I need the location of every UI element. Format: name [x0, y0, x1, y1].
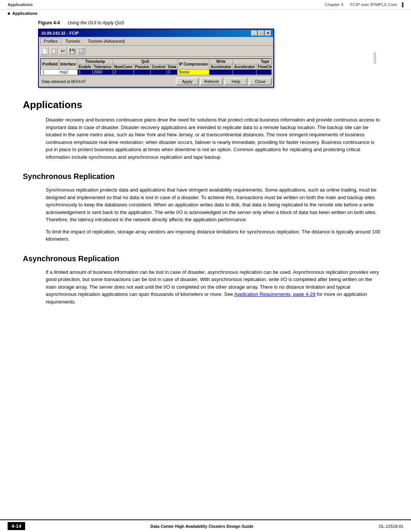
header-section-label: Applications [8, 2, 33, 7]
cell-enable: 1 [77, 70, 92, 75]
main-body-text: Disaster recovery and business continuan… [46, 116, 381, 161]
th-data: Data [167, 64, 178, 70]
win-titlebar: 10.89.243.32 - FCIP _ □ ✕ [39, 29, 273, 37]
sync-body-2: To limit the impact of replication, stor… [46, 228, 381, 243]
top-section-label: ■ Applications [0, 10, 411, 16]
async-link[interactable]: Application Requirements, page 4-29 [234, 291, 315, 297]
cell-data: 3 [167, 70, 178, 75]
footer-doc-title: Data Center High Availability Clusters D… [150, 524, 253, 529]
win-menu-bar: Profiles Tunnels Tunnels (Advanced) [39, 37, 273, 46]
page-footer: 4-14 Data Center High Availability Clust… [0, 519, 411, 532]
new-toolbar-button[interactable]: 📄 [40, 47, 49, 55]
th-timestamp-group: Timestamp [77, 59, 113, 64]
cell-control [151, 70, 167, 75]
table-container: ProfileId Interface Timestamp QoS IP Com… [40, 58, 272, 75]
maximize-button[interactable]: □ [258, 30, 264, 36]
cell-profileid: 1 [41, 70, 59, 75]
figure-caption: Figure 4-4 Using the GUI to Apply QoS [38, 20, 388, 26]
apply-button[interactable]: Apply [176, 78, 199, 85]
titlebar-buttons: _ □ ✕ [251, 30, 271, 36]
close-dialog-button[interactable]: Close [249, 78, 272, 85]
header-chapter: Chapter 4 [325, 2, 343, 7]
th-profileid: ProfileId [41, 59, 59, 70]
figure-container: 10.89.243.32 - FCIP _ □ ✕ Profiles Tunne… [23, 29, 388, 88]
th-control: Control [151, 64, 167, 70]
footer-doc-code: OL-12518-01 [379, 524, 403, 529]
th-passive: Passive [134, 64, 150, 70]
header-chapter-title: FCIP over IP/MPLS Core [350, 2, 397, 7]
th-flowctrl: FlowCtrlBufSize (KB) [256, 64, 272, 70]
dialog-title: 10.89.243.32 - FCIP [41, 31, 79, 35]
cell-numconn: 2 [113, 70, 134, 75]
win-toolbar: 📄 📋 ↩ 💾 🔄 [39, 46, 273, 57]
figure-caption-text: Using the GUI to Apply QoS [67, 20, 124, 26]
main-content: Figure 4-4 Using the GUI to Apply QoS 10… [0, 16, 411, 325]
tab-tunnels[interactable]: Tunnels [62, 38, 84, 45]
table-row[interactable]: 1 fcip2 1 2000 2 3 5none [41, 70, 272, 75]
figure-side-label: 132424 [373, 52, 377, 64]
save-toolbar-button[interactable]: 💾 [68, 47, 76, 55]
th-write-group: Write [209, 59, 233, 64]
page-header: Applications Chapter 4 FCIP over IP/MPLS… [0, 0, 411, 10]
undo-toolbar-button[interactable]: ↩ [59, 47, 67, 55]
cell-ip-compression: 5none [178, 70, 209, 75]
cell-flowctrl [256, 70, 272, 75]
th-enable: Enable [77, 64, 92, 70]
th-tolerance: Tolerance [92, 64, 113, 70]
minimize-button[interactable]: _ [251, 30, 257, 36]
footer-page-number: 4-14 [8, 522, 25, 530]
cell-tolerance: 2000 [92, 70, 113, 75]
async-body-text: If a limited amount of business informat… [46, 268, 381, 306]
copy-toolbar-button[interactable]: 📋 [49, 47, 58, 55]
profile-table: ProfileId Interface Timestamp QoS IP Com… [41, 59, 272, 75]
th-qos-group: QoS [113, 59, 178, 64]
sync-section-title: Synchronous Replication [23, 172, 388, 181]
th-interface: Interface [59, 59, 78, 70]
th-numconn: NumConn [113, 64, 134, 70]
refresh-button[interactable]: Refresh [200, 78, 223, 85]
cell-write-accelerator [209, 70, 233, 75]
status-bar: Data retrieved at 08:54:47 [40, 79, 88, 85]
th-write-accelerator: Accelerator [209, 64, 233, 70]
header-breadcrumb: Chapter 4 FCIP over IP/MPLS Core ▐ [325, 2, 403, 7]
sync-body-1: Synchronous replication protects data an… [46, 186, 381, 224]
cell-passive [134, 70, 150, 75]
tab-tunnels-advanced[interactable]: Tunnels (Advanced) [84, 38, 128, 45]
figure-number: Figure 4-4 [38, 20, 60, 26]
close-button[interactable]: ✕ [265, 30, 271, 36]
button-bar: Apply Refresh Help Close [176, 78, 272, 85]
th-tape-group: Tape [233, 59, 272, 64]
th-ip-compression: IP Compression [178, 59, 209, 70]
help-button[interactable]: Help [225, 78, 247, 85]
th-tape-accelerator: Accelerator [233, 64, 256, 70]
tab-profiles[interactable]: Profiles [40, 38, 61, 45]
async-section-title: Asynchronous Replication [23, 254, 388, 263]
refresh-toolbar-button[interactable]: 🔄 [77, 47, 85, 55]
cell-interface: fcip2 [59, 70, 78, 75]
cell-tape-accelerator [233, 70, 256, 75]
win-dialog: 10.89.243.32 - FCIP _ □ ✕ Profiles Tunne… [38, 29, 274, 88]
main-section-title: Applications [23, 99, 388, 111]
